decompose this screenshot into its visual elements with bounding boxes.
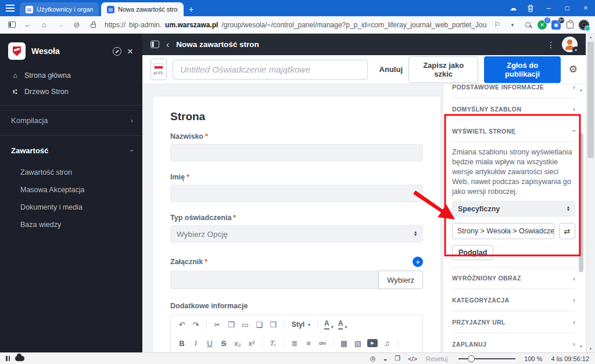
sidebar-group-kompilacja[interactable]: Kompilacja ›: [0, 111, 142, 130]
panel-scrollbar[interactable]: ▴ ▾: [578, 88, 584, 349]
back-chevron-icon[interactable]: ‹: [166, 39, 169, 50]
cancel-button[interactable]: Anuluj: [379, 65, 403, 74]
sidebar-item-zawartosc-stron[interactable]: Zawartość stron: [0, 164, 142, 181]
swap-page-icon[interactable]: ⇄: [559, 223, 575, 239]
background-color-icon[interactable]: A▾: [322, 319, 335, 329]
lock-icon[interactable]: [86, 19, 100, 31]
section-wyswietl-strone[interactable]: WYŚWIETL STRONĘ ›: [452, 120, 575, 142]
text-color-icon[interactable]: A▾: [336, 319, 349, 329]
save-draft-button[interactable]: Zapisz jako szkic: [408, 56, 478, 83]
sidebar-group-zawartosc[interactable]: Zawartość ›: [0, 141, 142, 160]
locale-selector-button[interactable]: pl-PL: [150, 59, 167, 80]
copy-icon[interactable]: ❐: [225, 318, 238, 331]
paste-icon[interactable]: ▭: [239, 318, 252, 331]
screenshot-icon[interactable]: ◎: [369, 355, 377, 362]
kebab-menu-icon[interactable]: ⋮: [547, 40, 555, 49]
section-zaplanuj[interactable]: ZAPLANUJ ›: [452, 333, 575, 352]
scroll-up-icon[interactable]: ▴: [586, 35, 595, 39]
underline-icon[interactable]: U: [203, 337, 216, 349]
content-title-input[interactable]: [173, 60, 368, 80]
cloud-sync-icon[interactable]: ☁: [504, 0, 522, 16]
tracking-shield-icon[interactable]: ⊘: [70, 19, 84, 31]
bookmark-icon[interactable]: ⚐: [490, 19, 504, 31]
scroll-down-icon[interactable]: ▾: [580, 344, 582, 349]
profile-avatar-icon[interactable]: [578, 19, 590, 31]
section-domyslny-szablon[interactable]: DOMYŚLNY SZABLON ›: [452, 98, 575, 120]
bookmark-dropdown-icon[interactable]: ▾: [506, 19, 519, 31]
menu-icon[interactable]: [0, 0, 20, 16]
imie-input[interactable]: [170, 185, 423, 202]
code-icon[interactable]: </>: [407, 355, 418, 362]
browser-tab-2-active[interactable]: ▤ Nowa zawartość stron - We: [101, 2, 184, 16]
extension-2-icon[interactable]: ◉ 9+: [550, 19, 562, 31]
redo-icon[interactable]: ↷: [189, 318, 202, 331]
undo-icon[interactable]: ↶: [175, 318, 188, 331]
section-kategoryzacja[interactable]: KATEGORYZACJA ›: [452, 289, 575, 311]
new-tab-button[interactable]: +: [184, 2, 199, 16]
window-close-button[interactable]: ×: [576, 0, 595, 16]
scroll-up-icon[interactable]: ▴: [580, 88, 582, 92]
sidebar-item-baza-wiedzy[interactable]: Baza wiedzy: [0, 216, 142, 233]
scroll-down-icon[interactable]: ▾: [586, 347, 595, 351]
zoom-slider[interactable]: [458, 358, 515, 359]
trash-icon[interactable]: [522, 0, 539, 16]
search-icon[interactable]: [521, 19, 535, 31]
bulleted-list-icon[interactable]: ≡: [302, 337, 315, 349]
section-przyjazny-url[interactable]: PRZYJAZNY URL ›: [452, 311, 575, 333]
pause-icon[interactable]: [6, 356, 10, 361]
video-icon[interactable]: ▶: [365, 337, 379, 349]
reset-button[interactable]: Resetuj: [426, 355, 447, 362]
zalacznik-input[interactable]: [170, 271, 379, 289]
back-icon[interactable]: ←: [21, 19, 35, 31]
paste-word-icon[interactable]: ❒: [267, 318, 279, 331]
section-wyrozniony-obraz[interactable]: WYRÓŻNIONY OBRAZ ›: [452, 267, 575, 289]
style-dropdown[interactable]: Styl▾: [288, 320, 314, 329]
globe-icon[interactable]: ◒: [382, 355, 389, 362]
browser-tab-1[interactable]: ▤ Użytkownicy i organizacje -: [20, 2, 99, 16]
publish-button[interactable]: Zgłoś do publikacji: [484, 56, 560, 83]
gear-icon[interactable]: ⚙: [569, 63, 578, 75]
compass-icon[interactable]: [113, 47, 121, 56]
sidebar-item-dokumenty-i-media[interactable]: Dokumenty i media: [0, 199, 142, 216]
panel-collapse-icon[interactable]: [150, 41, 159, 48]
forward-icon[interactable]: →: [53, 19, 67, 31]
strikethrough-icon[interactable]: S: [217, 337, 230, 349]
nazwisko-input[interactable]: [170, 144, 423, 161]
sidebar-close-icon[interactable]: ×: [127, 46, 133, 56]
sidebar-item-page-tree[interactable]: ⑆ Drzewo Stron: [0, 84, 142, 100]
choose-file-button[interactable]: Wybierz: [378, 271, 423, 289]
scroll-thumb[interactable]: [579, 133, 583, 272]
audio-icon[interactable]: ♫: [381, 337, 393, 349]
window-minimize-button[interactable]: –: [539, 0, 558, 16]
preview-button[interactable]: Podgląd: [452, 245, 493, 260]
user-avatar[interactable]: ●: [562, 37, 578, 52]
paste-plain-icon[interactable]: ❏: [253, 318, 266, 331]
remove-format-icon[interactable]: Tₓ: [267, 337, 279, 349]
home-icon[interactable]: ⌂: [37, 19, 51, 31]
italic-icon[interactable]: I: [189, 337, 202, 349]
slider-knob[interactable]: [468, 355, 475, 362]
bold-icon[interactable]: B: [175, 337, 188, 349]
sidebar-toggle-icon[interactable]: [5, 19, 19, 31]
section-podstawowe-informacje[interactable]: PODSTAWOWE INFORMACJE ›: [452, 84, 575, 98]
url-bar[interactable]: https://bip-admin.um.warszawa.pl/group/w…: [102, 21, 487, 29]
div-container-icon[interactable]: DIV: [316, 337, 329, 349]
add-attachment-icon[interactable]: +: [413, 257, 423, 267]
frame-icon[interactable]: ❒: [393, 355, 402, 362]
extensions-puzzle-icon[interactable]: [564, 19, 576, 31]
numbered-list-icon[interactable]: ≣: [288, 337, 301, 349]
superscript-icon[interactable]: x²: [245, 337, 258, 349]
subscript-icon[interactable]: x₂: [231, 337, 244, 349]
image-icon[interactable]: ▧: [352, 337, 364, 349]
window-maximize-button[interactable]: □: [558, 0, 576, 16]
sidebar-item-masowa-akceptacja[interactable]: Masowa Akceptacja: [0, 181, 142, 199]
typ-oswiadczenia-select[interactable]: Wybierz Opcję ▴▾: [170, 225, 423, 243]
cut-icon[interactable]: ✂: [211, 318, 224, 331]
table-icon[interactable]: ▦: [338, 337, 350, 349]
sidebar-item-home[interactable]: ⌂ Strona główna: [0, 67, 142, 84]
browser-scrollbar[interactable]: ▴ ▾: [586, 34, 595, 352]
template-type-select[interactable]: Specyficzny ▴▾: [452, 201, 575, 217]
scroll-thumb[interactable]: [587, 42, 594, 158]
extension-1-icon[interactable]: ✕ 2: [536, 19, 549, 31]
display-page-picker[interactable]: Strony > Wesoła > Oświadcze...: [452, 223, 554, 239]
